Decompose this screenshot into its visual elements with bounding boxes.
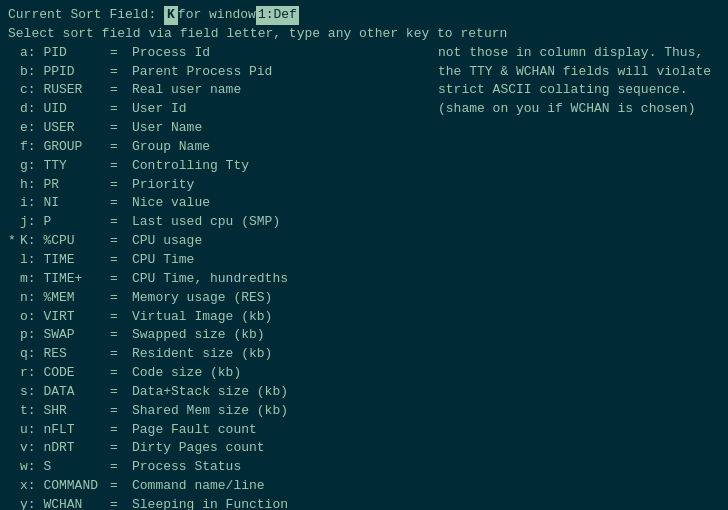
- field-val: CPU Time, hundredths: [132, 270, 288, 289]
- field-eq: =: [110, 289, 132, 308]
- field-eq: =: [110, 383, 132, 402]
- field-row: a: PID= Process Id: [8, 44, 428, 63]
- field-row: o: VIRT= Virtual Image (kb): [8, 308, 428, 327]
- field-row: t: SHR= Shared Mem size (kb): [8, 402, 428, 421]
- field-val: Code size (kb): [132, 364, 241, 383]
- field-key: a: PID: [20, 44, 110, 63]
- field-eq: =: [110, 81, 132, 100]
- field-eq: =: [110, 458, 132, 477]
- right-note-line: strict ASCII collating sequence.: [438, 81, 720, 100]
- field-key: h: PR: [20, 176, 110, 195]
- header-prefix: Current Sort Field:: [8, 6, 156, 25]
- field-eq: =: [110, 270, 132, 289]
- field-eq: =: [110, 176, 132, 195]
- field-row: m: TIME+= CPU Time, hundredths: [8, 270, 428, 289]
- field-key: t: SHR: [20, 402, 110, 421]
- field-val: Swapped size (kb): [132, 326, 265, 345]
- field-key: i: NI: [20, 194, 110, 213]
- field-row: x: COMMAND= Command name/line: [8, 477, 428, 496]
- field-val: Shared Mem size (kb): [132, 402, 288, 421]
- field-eq: =: [110, 308, 132, 327]
- right-notes: not those in column display. Thus,the TT…: [428, 44, 720, 510]
- header-line: Current Sort Field: K for window 1:Def: [8, 6, 720, 25]
- sort-key-indicator: K: [164, 6, 178, 25]
- field-key: v: nDRT: [20, 439, 110, 458]
- field-val: Process Status: [132, 458, 241, 477]
- field-val: Nice value: [132, 194, 210, 213]
- right-note-line: not those in column display. Thus,: [438, 44, 720, 63]
- field-row: j: P= Last used cpu (SMP): [8, 213, 428, 232]
- window-indicator: 1:Def: [256, 6, 299, 25]
- field-key: f: GROUP: [20, 138, 110, 157]
- field-list: a: PID= Process Id b: PPID= Parent Proce…: [8, 44, 428, 510]
- field-val: CPU usage: [132, 232, 202, 251]
- field-row: g: TTY= Controlling Tty: [8, 157, 428, 176]
- field-val: Resident size (kb): [132, 345, 272, 364]
- field-key: x: COMMAND: [20, 477, 110, 496]
- field-row: q: RES= Resident size (kb): [8, 345, 428, 364]
- field-row: d: UID= User Id: [8, 100, 428, 119]
- field-row: s: DATA= Data+Stack size (kb): [8, 383, 428, 402]
- field-row: e: USER= User Name: [8, 119, 428, 138]
- field-row: *K: %CPU= CPU usage: [8, 232, 428, 251]
- field-val: Sleeping in Function: [132, 496, 288, 510]
- field-val: User Id: [132, 100, 187, 119]
- field-row: y: WCHAN= Sleeping in Function: [8, 496, 428, 510]
- field-key: r: CODE: [20, 364, 110, 383]
- field-val: Virtual Image (kb): [132, 308, 272, 327]
- field-val: Command name/line: [132, 477, 265, 496]
- field-eq: =: [110, 364, 132, 383]
- field-val: Memory usage (RES): [132, 289, 272, 308]
- field-key: w: S: [20, 458, 110, 477]
- field-key: e: USER: [20, 119, 110, 138]
- field-key: o: VIRT: [20, 308, 110, 327]
- field-eq: =: [110, 232, 132, 251]
- header-mid: for window: [178, 6, 256, 25]
- field-val: Priority: [132, 176, 194, 195]
- field-eq: =: [110, 100, 132, 119]
- field-key: s: DATA: [20, 383, 110, 402]
- field-eq: =: [110, 477, 132, 496]
- field-row: c: RUSER= Real user name: [8, 81, 428, 100]
- field-row: l: TIME= CPU Time: [8, 251, 428, 270]
- field-key: p: SWAP: [20, 326, 110, 345]
- field-key: m: TIME+: [20, 270, 110, 289]
- field-eq: =: [110, 496, 132, 510]
- field-val: CPU Time: [132, 251, 194, 270]
- field-key: u: nFLT: [20, 421, 110, 440]
- field-eq: =: [110, 439, 132, 458]
- field-row: v: nDRT= Dirty Pages count: [8, 439, 428, 458]
- field-row: u: nFLT= Page Fault count: [8, 421, 428, 440]
- field-eq: =: [110, 138, 132, 157]
- field-val: Process Id: [132, 44, 210, 63]
- field-val: Data+Stack size (kb): [132, 383, 288, 402]
- field-key: b: PPID: [20, 63, 110, 82]
- field-eq: =: [110, 421, 132, 440]
- field-val: User Name: [132, 119, 202, 138]
- field-eq: =: [110, 119, 132, 138]
- field-val: Page Fault count: [132, 421, 257, 440]
- field-row: n: %MEM= Memory usage (RES): [8, 289, 428, 308]
- field-eq: =: [110, 157, 132, 176]
- field-val: Last used cpu (SMP): [132, 213, 280, 232]
- field-eq: =: [110, 194, 132, 213]
- field-eq: =: [110, 251, 132, 270]
- right-note-line: the TTY & WCHAN fields will violate: [438, 63, 720, 82]
- field-val: Real user name: [132, 81, 241, 100]
- field-key: K: %CPU: [20, 232, 110, 251]
- asterisk-marker: *: [8, 232, 20, 251]
- field-row: f: GROUP= Group Name: [8, 138, 428, 157]
- field-val: Parent Process Pid: [132, 63, 272, 82]
- field-key: c: RUSER: [20, 81, 110, 100]
- subheader: Select sort field via field letter, type…: [8, 25, 720, 44]
- right-note-line: (shame on you if WCHAN is chosen): [438, 100, 720, 119]
- field-key: l: TIME: [20, 251, 110, 270]
- terminal-window: Current Sort Field: K for window 1:Def S…: [8, 6, 720, 510]
- field-val: Group Name: [132, 138, 210, 157]
- field-key: n: %MEM: [20, 289, 110, 308]
- field-key: g: TTY: [20, 157, 110, 176]
- field-row: r: CODE= Code size (kb): [8, 364, 428, 383]
- field-val: Controlling Tty: [132, 157, 249, 176]
- field-eq: =: [110, 402, 132, 421]
- field-key: q: RES: [20, 345, 110, 364]
